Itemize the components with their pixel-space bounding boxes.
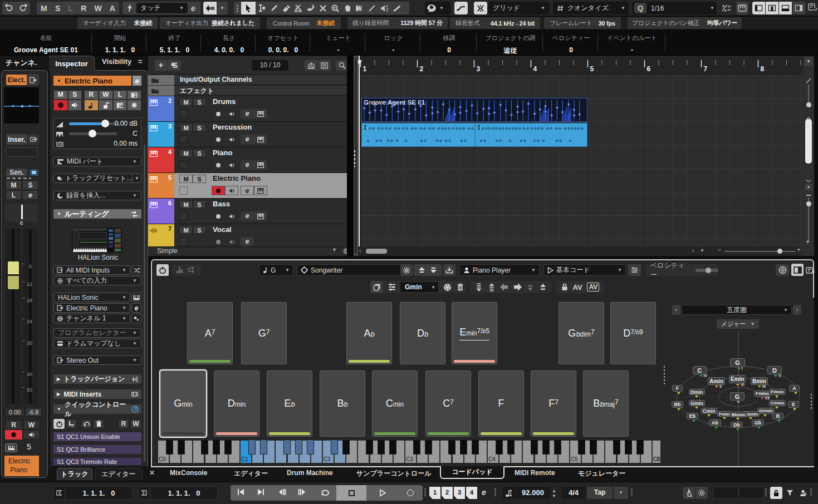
svg-text:8: 8	[761, 65, 765, 73]
svg-text:5: 5	[590, 65, 594, 73]
svg-text:3: 3	[477, 65, 481, 73]
svg-text:4: 4	[533, 65, 537, 73]
svg-text:6: 6	[647, 65, 651, 73]
svg-text:7: 7	[704, 65, 708, 73]
svg-text:2: 2	[420, 65, 424, 73]
svg-text:1: 1	[363, 65, 367, 73]
